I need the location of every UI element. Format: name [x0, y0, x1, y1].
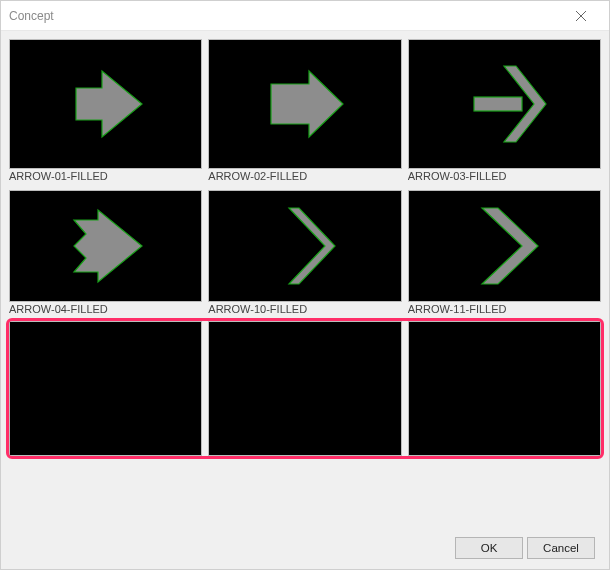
- thumb-arrow-11: [408, 190, 601, 302]
- thumb-cell[interactable]: ARROW-10-FILLED: [208, 190, 401, 317]
- thumb-label: ARROW-03-FILLED: [408, 169, 601, 184]
- svg-rect-5: [474, 97, 522, 111]
- thumb-cell[interactable]: ARROW-03-FILLED: [408, 39, 601, 184]
- thumb-arrow-03: [408, 39, 601, 169]
- highlighted-row: [9, 321, 601, 456]
- svg-marker-3: [271, 71, 343, 137]
- concept-dialog: Concept ARROW-01-FILLED: [0, 0, 610, 570]
- arrow-04-icon: [46, 196, 166, 296]
- arrow-02-icon: [245, 54, 365, 154]
- arrow-01-icon: [46, 54, 166, 154]
- thumb-label: ARROW-04-FILLED: [9, 302, 202, 317]
- thumb-arrow-04: [9, 190, 202, 302]
- thumb-label: ARROW-10-FILLED: [208, 302, 401, 317]
- thumbnail-grid: ARROW-01-FILLED ARROW-02-FILLED: [9, 39, 601, 317]
- svg-marker-7: [482, 208, 538, 284]
- thumb-empty-2[interactable]: [208, 321, 401, 456]
- ok-button[interactable]: OK: [455, 537, 523, 559]
- arrow-10-icon: [245, 196, 365, 296]
- cancel-button[interactable]: Cancel: [527, 537, 595, 559]
- dialog-button-row: OK Cancel: [1, 527, 609, 569]
- window-title: Concept: [9, 9, 561, 23]
- thumb-cell[interactable]: ARROW-11-FILLED: [408, 190, 601, 317]
- thumb-cell[interactable]: ARROW-02-FILLED: [208, 39, 401, 184]
- close-icon: [576, 11, 586, 21]
- thumb-label: ARROW-01-FILLED: [9, 169, 202, 184]
- thumb-arrow-02: [208, 39, 401, 169]
- thumb-empty-3[interactable]: [408, 321, 601, 456]
- close-button[interactable]: [561, 2, 601, 30]
- titlebar: Concept: [1, 1, 609, 31]
- thumb-empty-1[interactable]: [9, 321, 202, 456]
- dialog-body: ARROW-01-FILLED ARROW-02-FILLED: [1, 31, 609, 527]
- thumb-cell[interactable]: ARROW-04-FILLED: [9, 190, 202, 317]
- thumb-cell[interactable]: ARROW-01-FILLED: [9, 39, 202, 184]
- thumb-label: ARROW-11-FILLED: [408, 302, 601, 317]
- arrow-03-icon: [444, 54, 564, 154]
- svg-marker-2: [76, 71, 142, 137]
- arrow-11-icon: [444, 196, 564, 296]
- svg-marker-6: [289, 208, 335, 284]
- thumb-label: ARROW-02-FILLED: [208, 169, 401, 184]
- thumb-arrow-01: [9, 39, 202, 169]
- thumb-arrow-10: [208, 190, 401, 302]
